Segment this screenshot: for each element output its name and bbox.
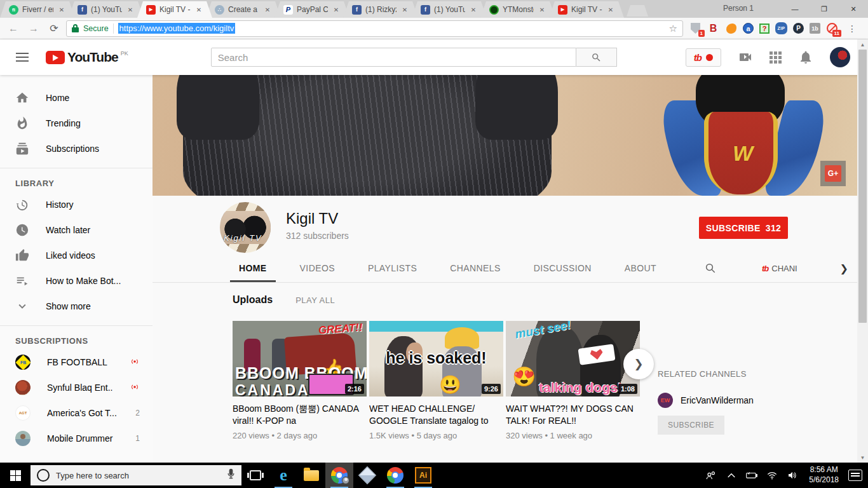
- video-card[interactable]: GREAT!! 👍 BBOOM BBOOM CANADA 2:16 BBoom …: [233, 321, 367, 440]
- sidebar-item-show-more[interactable]: Show more: [0, 294, 153, 319]
- youtube-logo[interactable]: YouTube PK: [46, 50, 128, 65]
- tab-kigil-tv-active[interactable]: ▶ Kigil TV - Yo ✕: [137, 1, 212, 18]
- account-avatar[interactable]: [830, 47, 850, 67]
- illustrator-taskbar-icon[interactable]: Ai: [409, 463, 437, 488]
- related-channel-item[interactable]: EW EricVanWilderman: [658, 393, 842, 408]
- sidebar-subscription-synful-blaq[interactable]: Synful Blaq Ent...: [0, 375, 153, 400]
- sidebar-subscription-fb-football[interactable]: FB FB FOOTBALL: [0, 349, 153, 375]
- taskbar-search-box[interactable]: Type here to search: [31, 465, 241, 485]
- 3d-viewer-taskbar-icon[interactable]: [353, 463, 381, 488]
- chrome-taskbar-icon-2[interactable]: [381, 463, 409, 488]
- tubebuddy-extension-icon[interactable]: 1b: [810, 23, 820, 34]
- close-tab-icon[interactable]: ✕: [606, 6, 615, 13]
- play-all-button[interactable]: PLAY ALL: [295, 295, 335, 305]
- channel-avatar[interactable]: Kigil TV: [220, 202, 271, 253]
- search-input[interactable]: [211, 48, 576, 67]
- close-tab-icon[interactable]: ✕: [332, 6, 341, 13]
- sidebar-item-trending[interactable]: Trending: [0, 111, 153, 136]
- bitly-extension-icon[interactable]: B: [707, 22, 719, 34]
- url-text[interactable]: https://www.youtube.com/kigiltv: [118, 23, 236, 34]
- youtube-apps-icon[interactable]: [770, 51, 782, 64]
- tubebuddy-button[interactable]: tb: [686, 48, 721, 67]
- scrollbar-thumb[interactable]: [858, 50, 867, 323]
- sidebar-subscription-mobile-drummer[interactable]: Mobile Drummer 1: [0, 426, 153, 451]
- related-channel-name[interactable]: EricVanWilderman: [681, 395, 754, 405]
- tab-home[interactable]: HOME: [222, 254, 283, 282]
- p-extension-icon[interactable]: P: [793, 23, 804, 34]
- close-tab-icon[interactable]: ✕: [538, 6, 546, 13]
- video-title[interactable]: BBoom BBoom (뿜뿜) CANADA viral!! K-POP na: [233, 403, 367, 427]
- hidden-icons-chevron[interactable]: [722, 463, 740, 488]
- amazon-assistant-extension-icon[interactable]: a: [743, 23, 754, 34]
- shield-extension-icon[interactable]: 1: [689, 22, 702, 34]
- tab-youtube-2[interactable]: f (1) YouTube ✕: [412, 1, 487, 18]
- volume-icon[interactable]: [783, 463, 801, 488]
- sidebar-item-liked-videos[interactable]: Liked videos: [0, 243, 153, 268]
- crowdfire-extension-icon[interactable]: [725, 22, 737, 34]
- bookmark-star-icon[interactable]: ☆: [669, 23, 677, 34]
- tabs-overflow-chevron-icon[interactable]: ❯: [840, 254, 857, 282]
- scroll-down-arrow[interactable]: ▼: [857, 452, 868, 463]
- refresh-button[interactable]: ⟳: [46, 20, 62, 37]
- chrome-taskbar-icon-active[interactable]: [325, 463, 353, 488]
- video-title[interactable]: WAIT WHAT??! MY DOGS CAN TALK! For REAL!…: [506, 403, 640, 427]
- file-explorer-taskbar-icon[interactable]: [297, 463, 325, 488]
- back-button[interactable]: ←: [5, 20, 22, 37]
- page-scrollbar[interactable]: ▲ ▼: [857, 39, 868, 463]
- minimize-button[interactable]: —: [780, 0, 810, 18]
- video-card[interactable]: must see! 😍 talking dogs! 1:08 WAIT WHAT…: [506, 321, 640, 440]
- tab-playlists[interactable]: PLAYLISTS: [351, 254, 433, 282]
- tab-about[interactable]: ABOUT: [608, 254, 673, 282]
- wifi-icon[interactable]: [763, 463, 781, 488]
- next-videos-button[interactable]: ❯: [623, 349, 654, 379]
- secure-label[interactable]: Secure: [83, 24, 109, 33]
- tab-ytmonster[interactable]: YTMonster ✕: [480, 1, 555, 18]
- close-tab-icon[interactable]: ✕: [194, 6, 203, 13]
- notifications-bell-icon[interactable]: [798, 50, 813, 65]
- sidebar-subscription-americas-got-talent[interactable]: AGT America's Got T... 2: [0, 400, 153, 426]
- maximize-button[interactable]: ❐: [810, 0, 839, 18]
- browser-menu-icon[interactable]: ⋮: [844, 24, 860, 34]
- tab-videos[interactable]: VIDEOS: [283, 254, 351, 282]
- video-card[interactable]: he is soaked! 😃 9:26 WET HEAD CHALLENGE/…: [369, 321, 503, 440]
- sidebar-item-subscriptions[interactable]: Subscriptions: [0, 136, 153, 161]
- people-tray-icon[interactable]: [702, 463, 720, 488]
- tab-channels[interactable]: CHANNELS: [433, 254, 517, 282]
- tab-create-new[interactable]: ∴ Create a ne ✕: [206, 1, 281, 18]
- task-view-button[interactable]: [241, 463, 269, 488]
- hamburger-menu-icon[interactable]: [16, 53, 29, 62]
- action-center-icon[interactable]: [846, 463, 864, 488]
- edge-taskbar-icon[interactable]: e: [269, 463, 297, 488]
- upload-video-icon[interactable]: [738, 50, 753, 65]
- tab-discussion[interactable]: DISCUSSION: [517, 254, 608, 282]
- battery-icon[interactable]: [743, 463, 761, 488]
- sidebar-item-home[interactable]: Home: [0, 85, 153, 111]
- scroll-up-arrow[interactable]: ▲: [857, 39, 868, 50]
- search-button[interactable]: [576, 48, 617, 67]
- tubebuddy-channel-tab[interactable]: tb CHANI: [762, 254, 797, 282]
- sidebar-item-history[interactable]: History: [0, 192, 153, 217]
- sidebar-item-watch-later[interactable]: Watch later: [0, 217, 153, 243]
- close-tab-icon[interactable]: ✕: [126, 6, 135, 13]
- close-tab-icon[interactable]: ✕: [469, 6, 478, 13]
- google-plus-link[interactable]: G+: [820, 161, 846, 186]
- start-button[interactable]: [0, 463, 31, 488]
- taskbar-clock[interactable]: 8:56 AM 5/6/2018: [804, 465, 844, 485]
- address-bar[interactable]: Secure https://www.youtube.com/kigiltv ☆: [66, 20, 683, 37]
- help-extension-icon[interactable]: ?: [759, 24, 770, 34]
- video-thumbnail[interactable]: must see! 😍 talking dogs! 1:08: [506, 321, 640, 396]
- microphone-icon[interactable]: [227, 468, 235, 482]
- tab-rizkyzha[interactable]: f (1) Rizkyzha ✕: [343, 1, 418, 18]
- close-tab-icon[interactable]: ✕: [263, 6, 272, 13]
- close-tab-icon[interactable]: ✕: [57, 6, 66, 13]
- subscribe-button[interactable]: SUBSCRIBE 312: [699, 217, 788, 239]
- tab-youtube-1[interactable]: f (1) YouTube ✕: [69, 1, 144, 18]
- close-tab-icon[interactable]: ✕: [400, 6, 409, 13]
- adblock-extension-icon[interactable]: 11: [826, 22, 838, 34]
- forward-button[interactable]: →: [25, 20, 42, 37]
- tab-kigil-tv-2[interactable]: ▶ Kigil TV - Yo ✕: [549, 1, 624, 18]
- video-thumbnail[interactable]: he is soaked! 😃 9:26: [369, 321, 503, 396]
- video-title[interactable]: WET HEAD CHALLENGE/ GOOGLE Translate tag…: [369, 403, 503, 427]
- tab-fiverr[interactable]: fi Fiverr / emil ✕: [0, 1, 75, 18]
- browser-profile-name[interactable]: Person 1: [723, 4, 754, 13]
